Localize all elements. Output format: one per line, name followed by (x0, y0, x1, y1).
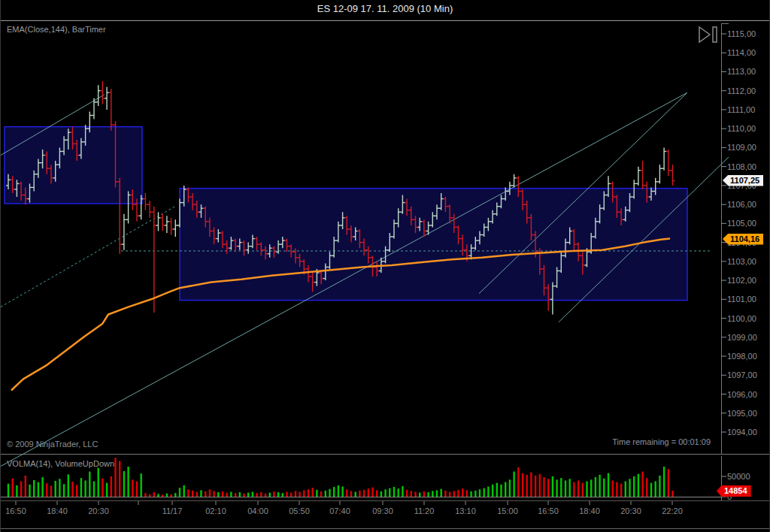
price-axis-label: 1098,00 (727, 352, 757, 361)
price-axis-label: 1112,00 (727, 87, 756, 95)
volume-indicator-label: VOLMA(14), VolumeUpDown (7, 459, 114, 468)
drawn-rectangle-2[interactable] (180, 189, 687, 301)
price-axis-label: 1101,00 (727, 295, 756, 304)
price-axis-label: 1097,00 (727, 371, 757, 379)
price-axis-label: 1115,00 (727, 30, 756, 38)
time-axis-label: 05:50 (289, 506, 310, 515)
time-axis-label: 18:40 (579, 506, 600, 515)
time-axis-label: 18:40 (47, 506, 68, 515)
price-axis-label: 1095,00 (727, 410, 757, 418)
price-axis-label: 1111,00 (727, 106, 755, 114)
time-axis-label: 02:10 (205, 506, 226, 515)
price-axis-label: 1110,00 (727, 125, 756, 133)
volume-badge: 14854 (717, 485, 751, 497)
price-axis-label: 1109,00 (727, 144, 756, 152)
ninjatrader-chart-window: ES 12-09 17. 11. 2009 (10 Min) EMA(Close… (0, 0, 770, 532)
time-axis-label: 22:20 (662, 506, 683, 515)
price-axis-label: 1105,00 (727, 219, 756, 228)
ema-value-badge: 1104,16 (723, 234, 763, 245)
time-axis-label: 15:00 (497, 506, 518, 515)
dashed-line-5[interactable] (1, 207, 175, 307)
price-axis-label: 1108,00 (727, 163, 756, 171)
time-axis-label: 04:00 (247, 506, 268, 515)
price-axis-label: 1106,00 (727, 201, 756, 209)
copyright-label: © 2009 NinjaTrader, LLC (7, 440, 98, 449)
time-axis-label: 11:20 (414, 506, 435, 515)
price-axis-label: 1103,00 (727, 258, 756, 266)
time-axis-label: 11/17 (162, 506, 183, 515)
price-axis-label: 1099,00 (727, 334, 757, 342)
skip-to-end-icon[interactable] (697, 25, 720, 44)
time-axis-label: 09:30 (372, 506, 393, 515)
time-axis-label: 16:50 (5, 506, 26, 515)
time-remaining-label: Time remaining = 00:01:09 (612, 437, 711, 446)
price-axis-label: 1102,00 (727, 277, 756, 285)
price-axis-label: 1096,00 (727, 391, 757, 399)
time-axis-label: 20:30 (88, 506, 109, 515)
time-axis-label: 07:40 (329, 506, 350, 515)
time-axis-label: 16:50 (538, 506, 559, 515)
price-axis-label: 1100,00 (727, 315, 756, 323)
price-axis-label: 1113,00 (727, 68, 756, 76)
time-axis-label: 20:30 (620, 506, 641, 515)
volume-axis-label-50000: 50000 (727, 473, 750, 481)
time-axis-label: 13:10 (455, 506, 476, 515)
price-axis-label: 1094,00 (727, 428, 757, 437)
price-axis-label: 1114,00 (727, 49, 756, 57)
last-price-badge: 1107,25 (723, 175, 763, 186)
chart-canvas[interactable] (1, 0, 770, 532)
indicator-label: EMA(Close,144), BarTimer (7, 25, 106, 34)
